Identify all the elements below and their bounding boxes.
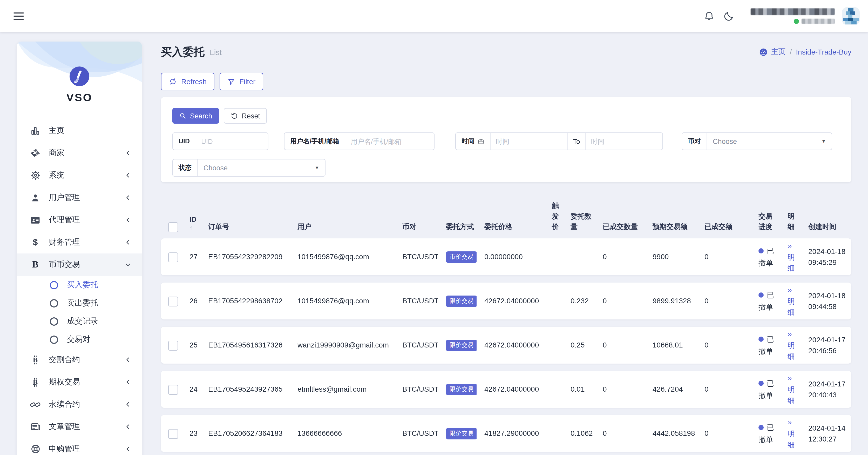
cell-user: 1015499876@qq.com: [290, 296, 395, 306]
sidebar-item-finance-management[interactable]: $财务管理: [17, 231, 142, 253]
cell-order-type: 市价交易: [438, 251, 476, 263]
row-checkbox[interactable]: [168, 385, 178, 395]
moon-dark-mode-icon[interactable]: [723, 10, 735, 22]
sidebar-subitem-trading-pairs[interactable]: 交易对: [17, 330, 142, 348]
search-button[interactable]: Search: [173, 108, 219, 124]
toolbar: Refresh Filter: [161, 73, 851, 90]
sidebar-item-merchant[interactable]: 商家: [17, 142, 142, 164]
sidebar-item-agent-management[interactable]: 代理管理: [17, 209, 142, 231]
user-name-redacted: [751, 8, 835, 15]
chevron-left-icon: [125, 217, 131, 223]
row-checkbox[interactable]: [168, 341, 178, 351]
cell-order-no: EB1705495616317326: [200, 340, 290, 351]
order-type-badge: 限价交易: [446, 384, 476, 395]
sidebar-item-system[interactable]: 系统: [17, 164, 142, 186]
double-chevron-icon: »: [787, 373, 796, 384]
cell-pair: BTC/USDT: [395, 340, 438, 351]
filter-button[interactable]: Filter: [220, 73, 263, 90]
time-from-input[interactable]: [491, 133, 567, 150]
username-input[interactable]: [345, 133, 434, 150]
cell-expected-value: 4442.058198: [645, 428, 697, 439]
radio-circle-icon: [50, 335, 58, 343]
detail-link[interactable]: »明细: [787, 373, 796, 406]
logo-icon: [69, 66, 89, 86]
avatar[interactable]: [842, 7, 860, 25]
chevron-left-icon: [125, 239, 131, 246]
col-price: 委托价格: [476, 222, 544, 233]
sidebar: VSO 主页商家系统用户管理代理管理$财务管理B币币交易买入委托卖出委托成交记录…: [17, 41, 142, 455]
refresh-button[interactable]: Refresh: [161, 73, 214, 90]
sidebar-menu: 主页商家系统用户管理代理管理$财务管理B币币交易买入委托卖出委托成交记录交易对B…: [17, 119, 142, 455]
sidebar-subitem-buy-orders[interactable]: 买入委托: [17, 276, 142, 294]
table-row: 27 EB1705542329282209 1015499876@qq.com …: [161, 238, 851, 275]
bell-icon[interactable]: [703, 10, 715, 22]
breadcrumb-current[interactable]: Inside-Trade-Buy: [796, 48, 851, 56]
sidebar-item-perpetual-contract[interactable]: 永续合约: [17, 393, 142, 416]
sidebar-item-subscription-management[interactable]: 申购管理: [17, 438, 142, 455]
reset-button[interactable]: Reset: [224, 108, 267, 124]
cell-filled-qty: 0: [595, 251, 645, 262]
orders-table: ID ↑ 订单号 用户 币对 委托方式 委托价格 触发价 委托数量 已成交数量 …: [161, 182, 851, 452]
chevron-left-icon: [125, 378, 131, 385]
funnel-filter-icon: [227, 78, 235, 86]
sort-asc-icon[interactable]: ↑: [189, 224, 198, 232]
cell-status: 已撤单: [751, 422, 780, 445]
cell-price: 42672.04000000: [476, 296, 544, 306]
row-checkbox[interactable]: [168, 252, 178, 262]
user-menu[interactable]: [751, 8, 835, 24]
sidebar-item-options-trading[interactable]: B期权交易: [17, 371, 142, 393]
cell-pair: BTC/USDT: [395, 428, 438, 439]
sidebar-item-spot-trading[interactable]: B币币交易: [17, 253, 142, 276]
cell-filled-qty: 0: [595, 384, 645, 395]
admin-page: VSO 主页商家系统用户管理代理管理$财务管理B币币交易买入委托卖出委托成交记录…: [0, 0, 868, 455]
chevron-down-icon: [125, 261, 131, 268]
breadcrumb-home-link[interactable]: 主页: [759, 47, 786, 57]
bitcoin-b-icon: B: [30, 259, 41, 270]
cell-id: 24: [182, 384, 200, 395]
sidebar-item-user-management[interactable]: 用户管理: [17, 186, 142, 209]
detail-link[interactable]: »明细: [787, 329, 796, 362]
table-row: 23 EB1705206627364183 13666666666 BTC/US…: [161, 415, 851, 452]
col-progress: 交易进度: [751, 211, 780, 232]
sidebar-subitem-sell-orders[interactable]: 卖出委托: [17, 294, 142, 312]
main-content: 买入委托 List 主页 / Insid: [161, 41, 851, 455]
lifebuoy-icon: [30, 443, 41, 455]
detail-link[interactable]: »明细: [787, 417, 796, 450]
detail-link[interactable]: »明细: [787, 284, 796, 318]
status-select[interactable]: Choose ▼: [198, 159, 325, 176]
status-dot-icon: [758, 337, 764, 342]
uid-field-group: UID: [173, 132, 269, 150]
cell-created-at: 2024-01-18 09:44:58: [801, 290, 851, 312]
row-checkbox[interactable]: [168, 297, 178, 306]
pair-select[interactable]: Choose ▼: [707, 133, 832, 150]
cell-amount: 0.232: [563, 296, 595, 306]
status-label: 状态: [173, 159, 198, 176]
time-to-input[interactable]: [586, 133, 662, 150]
double-chevron-icon: »: [787, 329, 796, 340]
sidebar-subitem-trade-records[interactable]: 成交记录: [17, 312, 142, 330]
sidebar-item-home[interactable]: 主页: [17, 119, 142, 142]
topbar: [0, 0, 868, 32]
gear-icon: [30, 170, 41, 181]
sidebar-item-delivery-contract[interactable]: B交割合约: [17, 348, 142, 371]
cell-pair: BTC/USDT: [395, 384, 438, 395]
cell-price: 42672.04000000: [476, 384, 544, 395]
cell-pair: BTC/USDT: [395, 251, 438, 262]
order-type-badge: 市价交易: [446, 252, 476, 263]
status-dot-icon: [758, 381, 764, 386]
radio-circle-icon: [50, 281, 58, 289]
uid-input[interactable]: [196, 133, 268, 150]
table-row: 25 EB1705495616317326 wanzi19990909@gmai…: [161, 327, 851, 364]
sidebar-item-article-management[interactable]: 文章管理: [17, 416, 142, 438]
hamburger-menu-icon[interactable]: [13, 10, 24, 22]
table-body: 27 EB1705542329282209 1015499876@qq.com …: [161, 238, 851, 452]
detail-link[interactable]: »明细: [787, 240, 796, 274]
cell-created-at: 2024-01-18 09:45:29: [801, 246, 851, 268]
id-card-icon: [30, 214, 41, 226]
chevron-left-icon: [125, 423, 131, 430]
cell-filled-value: 0: [697, 384, 751, 395]
select-all-checkbox[interactable]: [168, 222, 178, 232]
row-checkbox[interactable]: [168, 429, 178, 439]
chevron-left-icon: [125, 401, 131, 408]
chain-icon: [30, 399, 41, 410]
